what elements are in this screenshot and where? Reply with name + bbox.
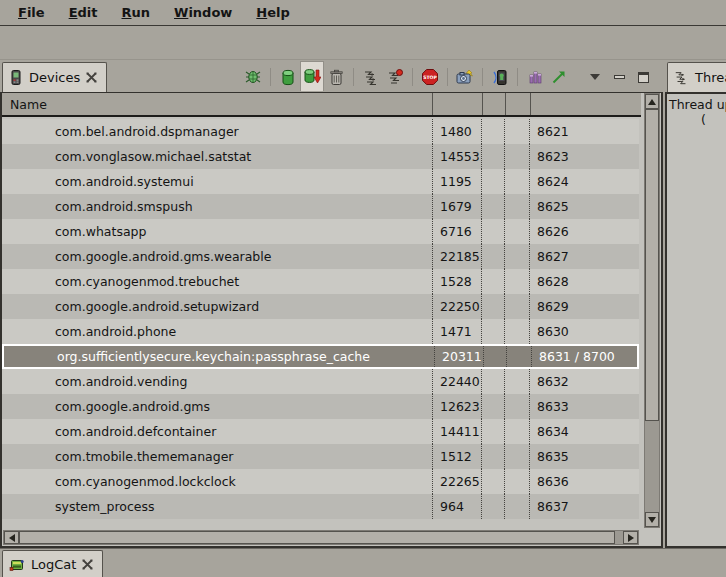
purple-columns-icon <box>528 69 543 85</box>
cell-status2 <box>506 346 531 367</box>
devices-tabbar: Devices <box>0 61 663 92</box>
cell-status1 <box>481 144 504 169</box>
menu-help[interactable]: Help <box>246 3 299 22</box>
table-row[interactable]: com.google.android.gms 12623 8633 <box>2 394 639 419</box>
dump-hprof-button[interactable] <box>300 61 324 91</box>
cell-pid: 1528 <box>432 269 481 294</box>
cell-status1 <box>481 369 504 394</box>
cell-name: com.google.android.gms.wearable <box>2 249 432 264</box>
scroll-left-button[interactable] <box>4 531 19 544</box>
cell-status2 <box>504 169 529 194</box>
horizontal-scrollbar[interactable] <box>3 530 639 545</box>
start-tracing-button[interactable] <box>547 64 571 90</box>
maximize-button[interactable] <box>631 64 655 90</box>
update-threads-button[interactable] <box>359 64 383 90</box>
scroll-up-button[interactable] <box>645 94 659 109</box>
cell-status2 <box>504 319 529 344</box>
cell-name: com.google.android.setupwizard <box>2 299 432 314</box>
minimize-button[interactable] <box>607 64 631 90</box>
heap-cylinder-icon <box>280 69 296 86</box>
view-menu-button[interactable] <box>583 64 607 90</box>
tab-devices[interactable]: Devices <box>2 62 107 92</box>
scroll-down-button[interactable] <box>645 512 659 527</box>
cell-status2 <box>504 469 529 494</box>
cell-port: 8635 <box>529 444 639 469</box>
table-row[interactable]: com.android.defcontainer 14411 8634 <box>2 419 639 444</box>
cell-name: com.vonglasow.michael.satstat <box>2 149 432 164</box>
tab-threads[interactable]: Threads <box>667 62 726 92</box>
cell-status1 <box>481 269 504 294</box>
cell-status2 <box>504 244 529 269</box>
start-method-profiling-button[interactable] <box>383 64 407 90</box>
cell-port: 8625 <box>529 194 639 219</box>
table-row[interactable]: com.android.systemui 1195 8624 <box>2 169 639 194</box>
cell-pid: 12623 <box>432 394 481 419</box>
cell-pid: 14553 <box>432 144 481 169</box>
table-row[interactable]: com.google.android.setupwizard 22250 862… <box>2 294 639 319</box>
table-row[interactable]: com.cyanogenmod.lockclock 22265 8636 <box>2 469 639 494</box>
cell-name: com.cyanogenmod.lockclock <box>2 474 432 489</box>
close-icon[interactable] <box>82 559 93 570</box>
cell-port: 8626 <box>529 219 639 244</box>
toolbar-separator <box>482 68 483 86</box>
column-header-name[interactable]: Name <box>2 97 47 112</box>
toolbar-separator <box>447 68 448 86</box>
threads-message-cont: ( <box>667 112 726 127</box>
stop-process-button[interactable]: STOP <box>418 64 442 90</box>
toolbar-separator <box>270 68 271 86</box>
cell-status1 <box>481 444 504 469</box>
table-row[interactable]: com.android.vending 22440 8632 <box>2 369 639 394</box>
update-heap-button[interactable] <box>276 64 300 90</box>
cell-status2 <box>504 144 529 169</box>
heap-dump-arrow-icon <box>303 68 321 85</box>
table-row[interactable]: com.bel.android.dspmanager 1480 8621 <box>2 119 639 144</box>
ddms-window: File Edit Run Window Help Devices <box>0 0 726 577</box>
table-row[interactable]: com.whatsapp 6716 8626 <box>2 219 639 244</box>
menu-edit[interactable]: Edit <box>59 3 108 22</box>
menu-window[interactable]: Window <box>164 3 242 22</box>
table-row[interactable]: com.cyanogenmod.trebuchet 1528 8628 <box>2 269 639 294</box>
cell-port: 8633 <box>529 394 639 419</box>
vertical-scroll-thumb[interactable] <box>645 109 659 421</box>
table-header[interactable]: Name <box>2 93 641 117</box>
cell-pid: 1679 <box>432 194 481 219</box>
table-row[interactable]: com.android.phone 1471 8630 <box>2 319 639 344</box>
cell-status1 <box>481 494 504 519</box>
cell-status1 <box>483 346 506 367</box>
device-phone-icon <box>9 70 23 85</box>
table-row[interactable]: com.google.android.gms.wearable 22185 86… <box>2 244 639 269</box>
cell-port: 8630 <box>529 319 639 344</box>
menu-file[interactable]: File <box>8 3 55 22</box>
threads-red-dot-icon <box>387 69 404 86</box>
cell-port: 8621 <box>529 119 639 144</box>
cell-port: 8628 <box>529 269 639 294</box>
cell-name: com.bel.android.dspmanager <box>2 124 432 139</box>
cell-status2 <box>504 369 529 394</box>
table-row[interactable]: com.tmobile.thememanager 1512 8635 <box>2 444 639 469</box>
phone-android-icon <box>492 69 508 86</box>
table-row[interactable]: com.vonglasow.michael.satstat 14553 8623 <box>2 144 639 169</box>
scroll-right-button[interactable] <box>623 531 638 544</box>
devices-view: Devices <box>0 61 663 548</box>
threads-icon <box>674 70 689 85</box>
horizontal-scroll-thumb[interactable] <box>19 531 615 544</box>
debug-attach-button[interactable] <box>241 64 265 90</box>
table-row[interactable]: system_process 964 8637 <box>2 494 639 519</box>
table-row[interactable]: com.android.smspush 1679 8625 <box>2 194 639 219</box>
profiling-columns-button[interactable] <box>523 64 547 90</box>
close-icon[interactable] <box>86 72 97 83</box>
vertical-scrollbar[interactable] <box>644 93 660 528</box>
table-row[interactable]: org.sufficientlysecure.keychain:passphra… <box>2 344 639 369</box>
green-diagonal-arrow-icon <box>551 69 567 85</box>
cell-status1 <box>481 244 504 269</box>
tab-logcat[interactable]: LogCat <box>2 550 103 577</box>
screen-capture-button[interactable] <box>453 64 477 90</box>
screen-record-button[interactable] <box>488 64 512 90</box>
cell-status2 <box>504 219 529 244</box>
cell-pid: 6716 <box>432 219 481 244</box>
maximize-icon <box>638 72 649 83</box>
tab-threads-label: Threads <box>695 70 726 85</box>
toolbar-separator <box>412 68 413 86</box>
menu-run[interactable]: Run <box>112 3 161 22</box>
garbage-collect-button[interactable] <box>324 64 348 90</box>
